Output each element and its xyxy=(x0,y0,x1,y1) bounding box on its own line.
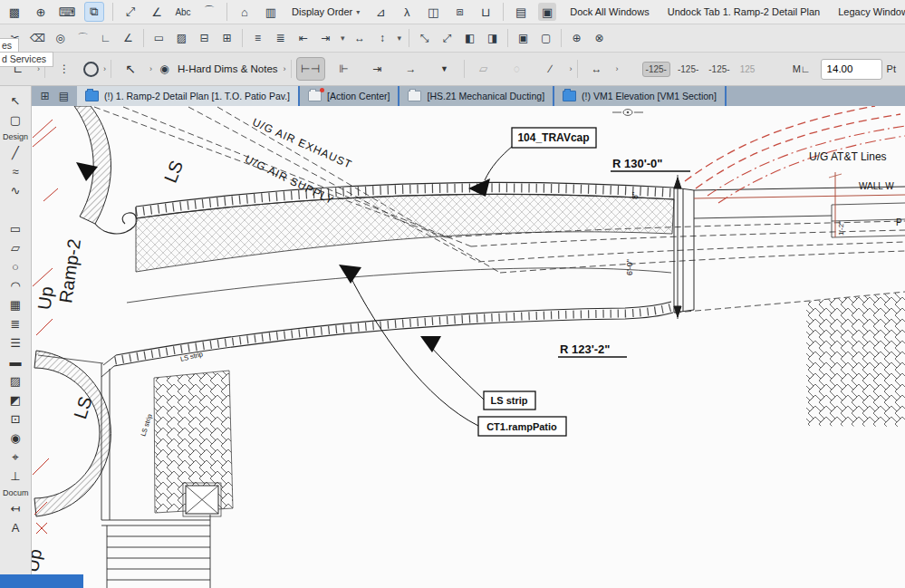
spellcheck-icon[interactable]: Abc xyxy=(174,3,192,21)
skew-icon[interactable]: ⤡ xyxy=(417,31,432,46)
chevron-icon[interactable]: › xyxy=(570,64,573,73)
witness-arrows-button[interactable]: ↔ xyxy=(582,57,611,81)
disabled-option-icon[interactable]: ◌ xyxy=(503,57,532,81)
bring-front-icon[interactable]: ▣ xyxy=(515,31,531,46)
intersect-icon[interactable]: ⊗ xyxy=(592,31,607,46)
chevron-icon[interactable]: ▾ xyxy=(341,34,345,43)
travcap-label[interactable]: 104_TRAVcap xyxy=(517,131,589,144)
tab-vm1-elevation[interactable]: (!) VM1 Elevation [VM1 Section] xyxy=(554,86,727,106)
polyline-tool-icon[interactable]: ≈ xyxy=(4,162,27,181)
dim-arrow-button[interactable]: → xyxy=(397,57,426,81)
select-tool-icon[interactable]: ↖ xyxy=(4,92,27,111)
dim-arrow-style-button[interactable]: ⇥ xyxy=(363,57,392,81)
tab-ramp2-detail-plan[interactable]: (!) 1. Ramp-2 Detail Plan [1. T.O. Patio… xyxy=(77,86,300,106)
half-right-icon[interactable]: ◨ xyxy=(485,31,500,46)
slope-icon[interactable]: ∠ xyxy=(148,3,166,21)
slab-tool-icon[interactable]: ▬ xyxy=(4,352,27,371)
scale-icon[interactable]: ⤢ xyxy=(439,31,455,46)
dock-all-windows-button[interactable]: Dock All Windows xyxy=(565,6,653,17)
corner-icon[interactable]: ∟ xyxy=(98,31,113,46)
section-tool-icon[interactable]: ⊥ xyxy=(4,467,27,486)
up-bottom-label[interactable]: Up xyxy=(32,547,45,574)
fill-tool-icon[interactable]: ▨ xyxy=(4,371,27,390)
up-label[interactable]: Up xyxy=(34,285,56,311)
chevron-icon[interactable]: › xyxy=(103,64,106,73)
dim-witness-one-button[interactable]: ⊩ xyxy=(330,57,359,81)
send-back-icon[interactable]: ▢ xyxy=(538,31,554,46)
quick-views-icon[interactable]: ⧉ xyxy=(84,2,104,22)
legacy-window-mode-button[interactable]: Legacy Window Mode xyxy=(833,6,905,17)
ls-top-label[interactable]: LS xyxy=(160,158,188,186)
tab-mechanical-ducting[interactable]: [HS.21 Mechanical Ducting] xyxy=(400,86,554,106)
fillet-icon[interactable]: ⌒ xyxy=(75,31,91,46)
marquee-tool-icon[interactable]: ▢ xyxy=(4,111,27,130)
trace-eye-icon[interactable] xyxy=(612,110,643,116)
align-icon[interactable]: ≡ xyxy=(250,31,265,46)
arc-segment-icon[interactable]: ⌒ xyxy=(200,3,218,21)
zone-tool-icon[interactable]: ◩ xyxy=(4,390,27,410)
lamp-tool-icon[interactable]: ◉ xyxy=(4,429,27,448)
docked-palette-strip[interactable] xyxy=(0,574,83,588)
att-lines-label[interactable]: U/G AT&T Lines xyxy=(809,150,887,163)
tab-list-icon[interactable]: ▤ xyxy=(56,89,72,104)
snap-grid-icon[interactable]: ⊕ xyxy=(32,3,50,21)
arc-tool-icon[interactable]: ◠ xyxy=(4,276,27,295)
stretch-icon[interactable]: ↔ xyxy=(352,31,368,46)
chevron-icon[interactable]: › xyxy=(149,64,152,73)
polygon-tool-icon[interactable]: ▱ xyxy=(4,238,27,257)
stair-tool-icon[interactable]: ≣ xyxy=(4,314,27,333)
story-grid-icon[interactable]: ▥ xyxy=(262,3,280,21)
dimension-tool-icon[interactable]: ↤ xyxy=(4,499,27,518)
subtract-icon[interactable]: ⊟ xyxy=(197,31,212,46)
eraser-icon[interactable]: ⌫ xyxy=(30,31,45,46)
tray-icon[interactable]: ⊔ xyxy=(477,3,495,21)
chevron-icon[interactable]: ▾ xyxy=(398,34,402,43)
circle-tool-icon[interactable]: ○ xyxy=(4,257,27,276)
solid-ops-icon[interactable]: ◫ xyxy=(424,3,442,21)
radius-123-label[interactable]: R 123'-2" xyxy=(560,342,611,356)
dim-text-style-3[interactable]: -125- xyxy=(706,63,732,76)
half-left-icon[interactable]: ◧ xyxy=(462,31,477,46)
walk-mode-icon[interactable]: λ xyxy=(398,3,416,21)
pen-color-icon[interactable] xyxy=(83,62,99,77)
text-tool-icon[interactable]: A xyxy=(4,518,27,537)
ramp-icon[interactable]: ⊿ xyxy=(371,3,390,21)
dim-text-style-1[interactable]: -125- xyxy=(642,62,670,77)
distribute-icon[interactable]: ≣ xyxy=(273,31,288,46)
hatch-icon[interactable]: ▨ xyxy=(174,31,189,46)
keypad-icon[interactable]: ⌨ xyxy=(58,3,76,21)
spline-tool-icon[interactable]: ∿ xyxy=(4,181,27,200)
text-size-input[interactable] xyxy=(821,59,882,80)
indent-left-icon[interactable]: ⇤ xyxy=(295,31,311,46)
camera-tool-icon[interactable]: ⌖ xyxy=(4,448,27,467)
railing-tool-icon[interactable]: ☰ xyxy=(4,333,27,352)
line-tool-icon[interactable]: ╱ xyxy=(4,143,27,162)
rectangle-tool-icon[interactable]: ▭ xyxy=(4,219,27,238)
translate-icon[interactable]: ⤢ xyxy=(121,3,140,21)
more-options-icon[interactable]: ⋮ xyxy=(50,57,79,81)
dock-icon[interactable]: ▣ xyxy=(538,3,556,21)
ls-strip-label[interactable]: LS strip xyxy=(491,395,528,406)
home-story-icon[interactable]: ⌂ xyxy=(236,3,254,21)
hotspot-tool-icon[interactable] xyxy=(4,200,27,219)
zoom-icon[interactable]: ◎ xyxy=(53,31,68,46)
radial-dimension[interactable] xyxy=(674,175,681,319)
undock-tab-button[interactable]: Undock Tab 1. Ramp-2 Detail Plan xyxy=(663,6,825,17)
disabled-option-icon[interactable]: ▱ xyxy=(469,57,498,81)
favorites-dropdown[interactable]: ◉ H-Hard Dims & Notes › xyxy=(157,62,286,77)
union-icon[interactable]: ⊕ xyxy=(569,31,584,46)
wall-label[interactable]: WALL W xyxy=(859,181,894,191)
radius-130-label[interactable]: R 130'-0" xyxy=(612,157,663,170)
ramp2-label[interactable]: Ramp-2 xyxy=(55,237,84,304)
navigator-grid-icon[interactable]: ⊞ xyxy=(37,89,53,104)
cube-icon[interactable]: ⧈ xyxy=(450,3,468,21)
drawing-canvas[interactable]: 104_TRAVcap LS strip CT1.rampPatio R 130… xyxy=(32,106,905,588)
object-tool-icon[interactable]: ⊡ xyxy=(4,410,27,429)
ct1-ramppatio-label[interactable]: CT1.rampPatio xyxy=(486,421,557,432)
plan-drawing[interactable]: 104_TRAVcap LS strip CT1.rampPatio R 130… xyxy=(32,106,905,588)
display-order-dropdown[interactable]: Display Order ▾ xyxy=(288,5,363,19)
dim-text-style-4[interactable]: 125 xyxy=(737,63,758,76)
hatch-settings-icon[interactable]: ▩ xyxy=(5,3,24,21)
dim-text-style-2[interactable]: -125- xyxy=(675,63,701,76)
indent-right-icon[interactable]: ⇥ xyxy=(318,31,333,46)
